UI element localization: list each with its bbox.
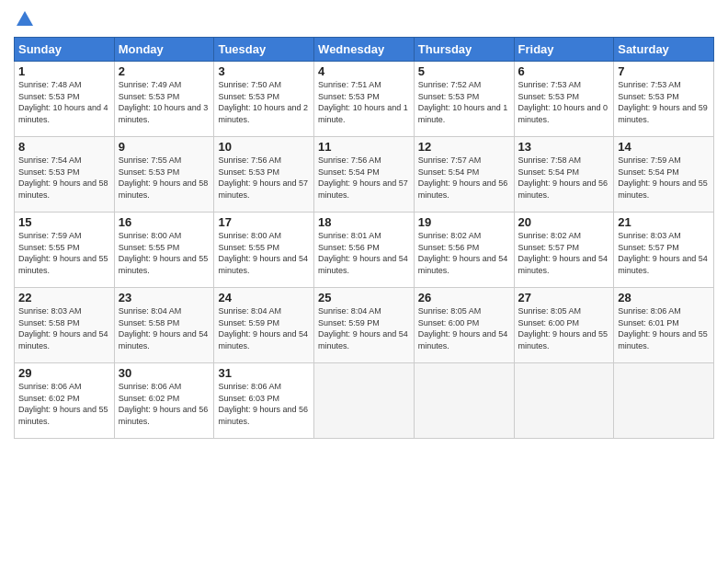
weekday-saturday: Saturday bbox=[614, 38, 714, 62]
weekday-tuesday: Tuesday bbox=[214, 38, 314, 62]
calendar-cell bbox=[514, 363, 614, 439]
cell-info: Sunrise: 7:52 AMSunset: 5:53 PMDaylight:… bbox=[418, 80, 508, 124]
calendar-cell: 27 Sunrise: 8:05 AMSunset: 6:00 PMDaylig… bbox=[514, 288, 614, 363]
calendar-cell: 22 Sunrise: 8:03 AMSunset: 5:58 PMDaylig… bbox=[15, 288, 115, 363]
day-number: 28 bbox=[618, 291, 710, 304]
cell-info: Sunrise: 8:00 AMSunset: 5:55 PMDaylight:… bbox=[218, 231, 308, 275]
day-number: 9 bbox=[119, 140, 210, 154]
day-number: 29 bbox=[18, 366, 110, 380]
day-number: 27 bbox=[518, 291, 610, 304]
day-number: 6 bbox=[518, 64, 610, 78]
calendar-cell: 29 Sunrise: 8:06 AMSunset: 6:02 PMDaylig… bbox=[15, 363, 115, 439]
week-row-3: 15 Sunrise: 7:59 AMSunset: 5:55 PMDaylig… bbox=[15, 213, 714, 288]
weekday-wednesday: Wednesday bbox=[314, 38, 415, 62]
day-number: 19 bbox=[418, 215, 510, 229]
calendar-cell: 2 Sunrise: 7:49 AMSunset: 5:53 PMDayligh… bbox=[114, 62, 214, 137]
cell-info: Sunrise: 8:05 AMSunset: 6:00 PMDaylight:… bbox=[518, 306, 609, 350]
calendar-cell: 14 Sunrise: 7:59 AMSunset: 5:54 PMDaylig… bbox=[614, 137, 714, 213]
calendar-cell: 15 Sunrise: 7:59 AMSunset: 5:55 PMDaylig… bbox=[15, 213, 115, 288]
cell-info: Sunrise: 7:53 AMSunset: 5:53 PMDaylight:… bbox=[618, 80, 708, 124]
weekday-friday: Friday bbox=[514, 38, 614, 62]
cell-info: Sunrise: 7:55 AMSunset: 5:53 PMDaylight:… bbox=[119, 155, 209, 200]
header bbox=[14, 9, 714, 29]
cell-info: Sunrise: 8:04 AMSunset: 5:59 PMDaylight:… bbox=[218, 306, 308, 350]
calendar-cell: 24 Sunrise: 8:04 AMSunset: 5:59 PMDaylig… bbox=[214, 288, 314, 363]
day-number: 17 bbox=[218, 215, 310, 229]
calendar-cell: 7 Sunrise: 7:53 AMSunset: 5:53 PMDayligh… bbox=[614, 62, 714, 137]
day-number: 25 bbox=[318, 291, 410, 304]
calendar-cell: 11 Sunrise: 7:56 AMSunset: 5:54 PMDaylig… bbox=[314, 137, 415, 213]
calendar-cell: 28 Sunrise: 8:06 AMSunset: 6:01 PMDaylig… bbox=[614, 288, 714, 363]
calendar-cell: 4 Sunrise: 7:51 AMSunset: 5:53 PMDayligh… bbox=[314, 62, 415, 137]
calendar-cell: 31 Sunrise: 8:06 AMSunset: 6:03 PMDaylig… bbox=[214, 363, 314, 439]
cell-info: Sunrise: 8:01 AMSunset: 5:56 PMDaylight:… bbox=[318, 231, 408, 275]
calendar-cell: 26 Sunrise: 8:05 AMSunset: 6:00 PMDaylig… bbox=[414, 288, 514, 363]
calendar-cell: 9 Sunrise: 7:55 AMSunset: 5:53 PMDayligh… bbox=[114, 137, 214, 213]
day-number: 31 bbox=[218, 366, 310, 380]
day-number: 2 bbox=[119, 64, 210, 78]
calendar-cell: 16 Sunrise: 8:00 AMSunset: 5:55 PMDaylig… bbox=[114, 213, 214, 288]
day-number: 15 bbox=[18, 215, 110, 229]
day-number: 22 bbox=[18, 291, 110, 304]
week-row-1: 1 Sunrise: 7:48 AMSunset: 5:53 PMDayligh… bbox=[15, 62, 714, 137]
cell-info: Sunrise: 8:00 AMSunset: 5:55 PMDaylight:… bbox=[119, 231, 209, 275]
cell-info: Sunrise: 7:58 AMSunset: 5:54 PMDaylight:… bbox=[518, 155, 609, 200]
calendar-cell: 13 Sunrise: 7:58 AMSunset: 5:54 PMDaylig… bbox=[514, 137, 614, 213]
cell-info: Sunrise: 8:03 AMSunset: 5:57 PMDaylight:… bbox=[618, 231, 708, 275]
day-number: 21 bbox=[618, 215, 710, 229]
cell-info: Sunrise: 8:05 AMSunset: 6:00 PMDaylight:… bbox=[418, 306, 508, 350]
cell-info: Sunrise: 7:56 AMSunset: 5:54 PMDaylight:… bbox=[318, 155, 408, 200]
calendar-cell: 21 Sunrise: 8:03 AMSunset: 5:57 PMDaylig… bbox=[614, 213, 714, 288]
calendar-cell: 17 Sunrise: 8:00 AMSunset: 5:55 PMDaylig… bbox=[214, 213, 314, 288]
cell-info: Sunrise: 7:56 AMSunset: 5:53 PMDaylight:… bbox=[218, 155, 308, 200]
cell-info: Sunrise: 8:02 AMSunset: 5:56 PMDaylight:… bbox=[418, 231, 508, 275]
day-number: 16 bbox=[119, 215, 210, 229]
day-number: 7 bbox=[618, 64, 710, 78]
day-number: 23 bbox=[119, 291, 210, 304]
calendar-table: SundayMondayTuesdayWednesdayThursdayFrid… bbox=[14, 37, 714, 439]
weekday-sunday: Sunday bbox=[15, 38, 115, 62]
cell-info: Sunrise: 8:06 AMSunset: 6:02 PMDaylight:… bbox=[119, 382, 209, 426]
cell-info: Sunrise: 7:48 AMSunset: 5:53 PMDaylight:… bbox=[18, 80, 108, 124]
calendar-cell: 6 Sunrise: 7:53 AMSunset: 5:53 PMDayligh… bbox=[514, 62, 614, 137]
cell-info: Sunrise: 8:06 AMSunset: 6:02 PMDaylight:… bbox=[18, 382, 108, 426]
cell-info: Sunrise: 7:59 AMSunset: 5:55 PMDaylight:… bbox=[18, 231, 108, 275]
day-number: 12 bbox=[418, 140, 510, 154]
calendar-cell: 30 Sunrise: 8:06 AMSunset: 6:02 PMDaylig… bbox=[114, 363, 214, 439]
day-number: 20 bbox=[518, 215, 610, 229]
calendar-cell: 1 Sunrise: 7:48 AMSunset: 5:53 PMDayligh… bbox=[15, 62, 115, 137]
cell-info: Sunrise: 7:59 AMSunset: 5:54 PMDaylight:… bbox=[618, 155, 708, 200]
calendar-cell: 8 Sunrise: 7:54 AMSunset: 5:53 PMDayligh… bbox=[15, 137, 115, 213]
cell-info: Sunrise: 8:03 AMSunset: 5:58 PMDaylight:… bbox=[18, 306, 108, 350]
cell-info: Sunrise: 7:53 AMSunset: 5:53 PMDaylight:… bbox=[518, 80, 609, 124]
cell-info: Sunrise: 7:51 AMSunset: 5:53 PMDaylight:… bbox=[318, 80, 408, 124]
day-number: 18 bbox=[318, 215, 410, 229]
calendar-cell: 12 Sunrise: 7:57 AMSunset: 5:54 PMDaylig… bbox=[414, 137, 514, 213]
cell-info: Sunrise: 7:54 AMSunset: 5:53 PMDaylight:… bbox=[18, 155, 108, 200]
calendar-cell: 18 Sunrise: 8:01 AMSunset: 5:56 PMDaylig… bbox=[314, 213, 415, 288]
week-row-4: 22 Sunrise: 8:03 AMSunset: 5:58 PMDaylig… bbox=[15, 288, 714, 363]
day-number: 14 bbox=[618, 140, 710, 154]
cell-info: Sunrise: 7:49 AMSunset: 5:53 PMDaylight:… bbox=[119, 80, 209, 124]
week-row-2: 8 Sunrise: 7:54 AMSunset: 5:53 PMDayligh… bbox=[15, 137, 714, 213]
calendar-cell bbox=[314, 363, 415, 439]
cell-info: Sunrise: 8:02 AMSunset: 5:57 PMDaylight:… bbox=[518, 231, 609, 275]
calendar-cell: 25 Sunrise: 8:04 AMSunset: 5:59 PMDaylig… bbox=[314, 288, 415, 363]
calendar-cell: 5 Sunrise: 7:52 AMSunset: 5:53 PMDayligh… bbox=[414, 62, 514, 137]
cell-info: Sunrise: 7:57 AMSunset: 5:54 PMDaylight:… bbox=[418, 155, 508, 200]
day-number: 3 bbox=[218, 64, 310, 78]
logo-icon bbox=[15, 9, 35, 29]
day-number: 10 bbox=[218, 140, 310, 154]
day-number: 24 bbox=[218, 291, 310, 304]
weekday-header-row: SundayMondayTuesdayWednesdayThursdayFrid… bbox=[15, 38, 714, 62]
day-number: 13 bbox=[518, 140, 610, 154]
day-number: 30 bbox=[119, 366, 210, 380]
day-number: 26 bbox=[418, 291, 510, 304]
page: SundayMondayTuesdayWednesdayThursdayFrid… bbox=[0, 0, 728, 563]
calendar-cell bbox=[414, 363, 514, 439]
svg-marker-0 bbox=[17, 11, 33, 26]
day-number: 1 bbox=[18, 64, 110, 78]
logo bbox=[14, 9, 35, 29]
calendar-cell: 19 Sunrise: 8:02 AMSunset: 5:56 PMDaylig… bbox=[414, 213, 514, 288]
day-number: 4 bbox=[318, 64, 410, 78]
